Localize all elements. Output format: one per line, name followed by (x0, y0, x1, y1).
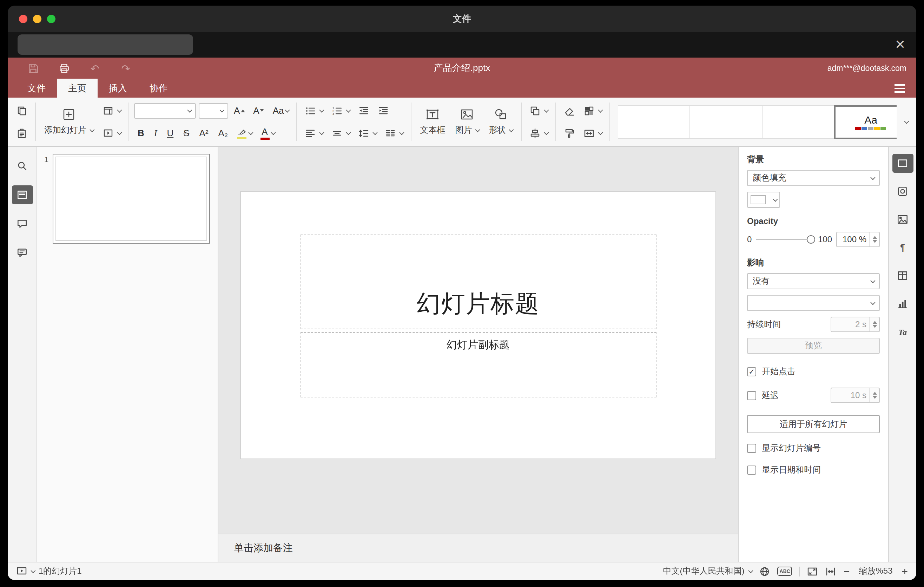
more-themes-button[interactable] (898, 105, 912, 139)
theme-option[interactable] (690, 105, 763, 139)
save-button[interactable] (26, 60, 40, 76)
effect-type-select[interactable] (747, 295, 880, 311)
theme-option[interactable] (618, 105, 691, 139)
slide-size-button[interactable] (581, 123, 605, 143)
subtitle-placeholder[interactable]: 幻灯片副标题 (300, 332, 656, 397)
table-settings-button[interactable] (892, 266, 913, 285)
chart-settings-button[interactable] (892, 294, 913, 313)
underline-button[interactable]: U (163, 127, 177, 139)
opacity-slider-knob[interactable] (807, 235, 815, 243)
superscript-button[interactable]: A² (196, 127, 212, 139)
preview-button[interactable]: 预览 (747, 338, 880, 354)
spinner-arrows[interactable] (869, 317, 879, 331)
decrease-font-size-button[interactable]: A (250, 105, 267, 117)
bold-button[interactable]: B (134, 127, 148, 139)
close-preview-button[interactable]: × (895, 32, 905, 56)
close-traffic-light[interactable] (19, 15, 27, 23)
fit-slide-button[interactable] (807, 566, 818, 577)
start-slideshow-button[interactable] (100, 123, 124, 143)
background-fill-select[interactable]: 颜色填充 (747, 170, 880, 186)
italic-button[interactable]: I (150, 127, 161, 139)
document-language-button[interactable] (759, 566, 771, 577)
account-email: adm***@dootask.com (827, 64, 906, 73)
start-slideshow-status-button[interactable] (16, 566, 35, 577)
presentation-editor: ↶ ↷ 产品介绍.pptx adm***@dootask.com 文件 主页 插… (8, 58, 916, 580)
spinner-arrows[interactable] (869, 388, 879, 402)
redo-button[interactable]: ↷ (119, 60, 133, 76)
delay-option[interactable]: 延迟 10 s (747, 387, 880, 403)
increase-indent-button[interactable] (375, 101, 392, 120)
theme-option-selected[interactable]: Aa (835, 105, 897, 139)
shape-settings-button[interactable] (892, 182, 913, 201)
slides-panel-button[interactable] (12, 185, 33, 204)
minimize-traffic-light[interactable] (33, 15, 41, 23)
decrease-indent-button[interactable] (356, 101, 373, 120)
insert-columns-button[interactable] (382, 123, 406, 143)
chat-button[interactable] (12, 243, 33, 262)
image-settings-button[interactable] (892, 210, 913, 229)
slide-layout-button[interactable] (100, 101, 124, 120)
delay-input[interactable]: 10 s (831, 387, 880, 403)
copy-style-button[interactable] (561, 123, 578, 143)
search-button[interactable] (12, 157, 33, 176)
font-color-button[interactable]: A (257, 125, 277, 141)
insert-image-button[interactable]: 图片 (450, 97, 484, 146)
comments-button[interactable] (12, 214, 33, 233)
increase-font-size-button[interactable]: A (231, 105, 248, 117)
zoom-out-button[interactable]: − (843, 566, 850, 577)
slide[interactable]: 幻灯片标题 幻灯片副标题 (241, 192, 716, 458)
change-case-button[interactable]: Aa (270, 105, 292, 117)
slide-canvas[interactable]: 幻灯片标题 幻灯片副标题 (218, 147, 738, 534)
divider (799, 566, 800, 576)
effect-select[interactable]: 没有 (747, 273, 880, 289)
copy-button[interactable] (13, 101, 30, 120)
show-date-time-option[interactable]: 显示日期和时间 (747, 464, 880, 476)
paste-button[interactable] (13, 123, 30, 143)
insert-shape-button[interactable]: 形状 (484, 97, 518, 146)
show-slide-number-option[interactable]: 显示幻灯片编号 (747, 442, 880, 454)
font-size-select[interactable] (199, 103, 228, 118)
slide-thumbnail[interactable] (53, 154, 210, 244)
spellcheck-button[interactable]: ABC (777, 567, 792, 576)
tab-file[interactable]: 文件 (16, 79, 57, 97)
textart-settings-button[interactable]: Ta (892, 322, 913, 341)
opacity-slider[interactable] (756, 239, 814, 240)
strikeout-button[interactable]: S (180, 127, 193, 139)
slide-size-icon (584, 127, 595, 139)
clear-style-button[interactable] (561, 101, 578, 120)
add-slide-button[interactable]: 添加幻灯片 (39, 97, 98, 146)
insert-textbox-button[interactable]: 文本框 (415, 97, 450, 146)
menu-icon[interactable] (894, 79, 905, 97)
color-schemes-button[interactable] (581, 101, 605, 120)
fit-width-button[interactable] (825, 566, 837, 577)
line-spacing-button[interactable] (356, 123, 380, 143)
spinner-arrows[interactable] (869, 232, 879, 246)
opacity-input[interactable]: 100 % (836, 232, 880, 247)
print-button[interactable] (57, 60, 71, 76)
tab-home[interactable]: 主页 (57, 79, 97, 97)
zoom-in-button[interactable]: + (901, 566, 908, 577)
tab-collaboration[interactable]: 协作 (138, 79, 179, 97)
language-button[interactable]: 中文(中华人民共和国) (663, 565, 752, 577)
font-name-select[interactable] (134, 103, 196, 118)
align-shape-button[interactable] (527, 123, 551, 143)
duration-input[interactable]: 2 s (831, 317, 880, 332)
tab-insert[interactable]: 插入 (97, 79, 138, 97)
paragraph-settings-button[interactable]: ¶ (892, 238, 913, 257)
undo-button[interactable]: ↶ (88, 60, 102, 76)
subscript-button[interactable]: A₂ (215, 127, 231, 139)
bullets-button[interactable] (302, 101, 326, 120)
apply-to-all-slides-button[interactable]: 适用于所有幻灯片 (747, 415, 880, 433)
notes-area[interactable]: 单击添加备注 (218, 534, 738, 562)
arrange-shape-button[interactable] (527, 101, 551, 120)
horizontal-align-button[interactable] (302, 123, 326, 143)
theme-option[interactable] (762, 105, 835, 139)
vertical-align-button[interactable] (329, 123, 353, 143)
fullscreen-traffic-light[interactable] (47, 15, 56, 23)
title-placeholder[interactable]: 幻灯片标题 (300, 234, 656, 329)
highlight-color-button[interactable] (234, 126, 254, 140)
slide-settings-button[interactable] (892, 154, 913, 173)
start-on-click-option[interactable]: ✓ 开始点击 (747, 366, 880, 378)
background-color-select[interactable] (747, 192, 780, 208)
numbering-button[interactable]: 123 (329, 101, 353, 120)
